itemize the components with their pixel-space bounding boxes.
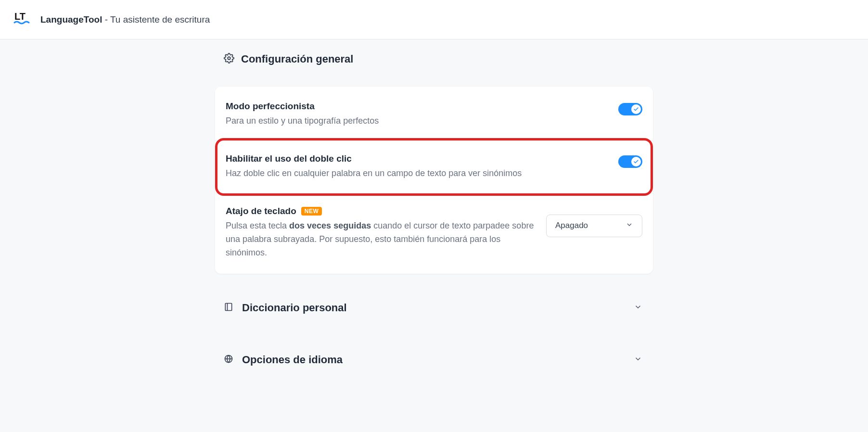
toggle-doubleclick[interactable] bbox=[618, 155, 642, 168]
logo-icon: LT bbox=[13, 9, 32, 30]
gear-icon bbox=[224, 53, 234, 65]
topbar: LT LanguageTool - Tu asistente de escrit… bbox=[0, 0, 868, 39]
brand-tagline: Tu asistente de escritura bbox=[110, 14, 210, 25]
toggle-knob bbox=[631, 104, 641, 114]
row-shortcut: Atajo de teclado NEW Pulsa esta tecla do… bbox=[215, 193, 653, 272]
svg-rect-2 bbox=[225, 304, 231, 311]
book-icon bbox=[224, 302, 233, 314]
svg-text:LT: LT bbox=[14, 11, 26, 22]
toggle-knob bbox=[631, 157, 641, 166]
accordion-language[interactable]: Opciones de idioma bbox=[215, 354, 653, 366]
accordion-language-title: Opciones de idioma bbox=[242, 354, 343, 366]
chevron-down-icon bbox=[634, 303, 642, 313]
chevron-down-icon bbox=[634, 355, 642, 365]
chevron-down-icon bbox=[625, 221, 633, 231]
row-perfectionist: Modo perfeccionista Para un estilo y una… bbox=[215, 89, 653, 141]
logo-block: LT LanguageTool - Tu asistente de escrit… bbox=[13, 9, 210, 30]
section-general-header: Configuración general bbox=[215, 53, 653, 65]
toggle-perfectionist[interactable] bbox=[618, 103, 642, 115]
accordion-dictionary[interactable]: Diccionario personal bbox=[215, 302, 653, 314]
row-shortcut-desc: Pulsa esta tecla dos veces seguidas cuan… bbox=[226, 219, 536, 260]
row-doubleclick-title: Habilitar el uso del doble clic bbox=[226, 153, 609, 164]
row-perfectionist-desc: Para un estilo y una tipografía perfecto… bbox=[226, 114, 609, 128]
section-general-title: Configuración general bbox=[241, 53, 353, 65]
logo-text: LanguageTool - Tu asistente de escritura bbox=[40, 14, 210, 25]
row-perfectionist-title: Modo perfeccionista bbox=[226, 101, 609, 112]
shortcut-select[interactable]: Apagado bbox=[546, 215, 642, 237]
globe-icon bbox=[224, 354, 233, 366]
row-doubleclick-desc: Haz doble clic en cualquier palabra en u… bbox=[226, 167, 609, 180]
svg-point-1 bbox=[228, 57, 230, 60]
new-badge: NEW bbox=[301, 207, 322, 216]
row-shortcut-title: Atajo de teclado NEW bbox=[226, 206, 536, 216]
main: Configuración general Modo perfeccionist… bbox=[215, 39, 653, 366]
accordion-dictionary-title: Diccionario personal bbox=[242, 302, 347, 314]
row-doubleclick: Habilitar el uso del doble clic Haz dobl… bbox=[215, 141, 653, 193]
brand-name: LanguageTool bbox=[40, 14, 102, 25]
shortcut-select-value: Apagado bbox=[555, 221, 588, 230]
general-settings-card: Modo perfeccionista Para un estilo y una… bbox=[215, 87, 653, 274]
